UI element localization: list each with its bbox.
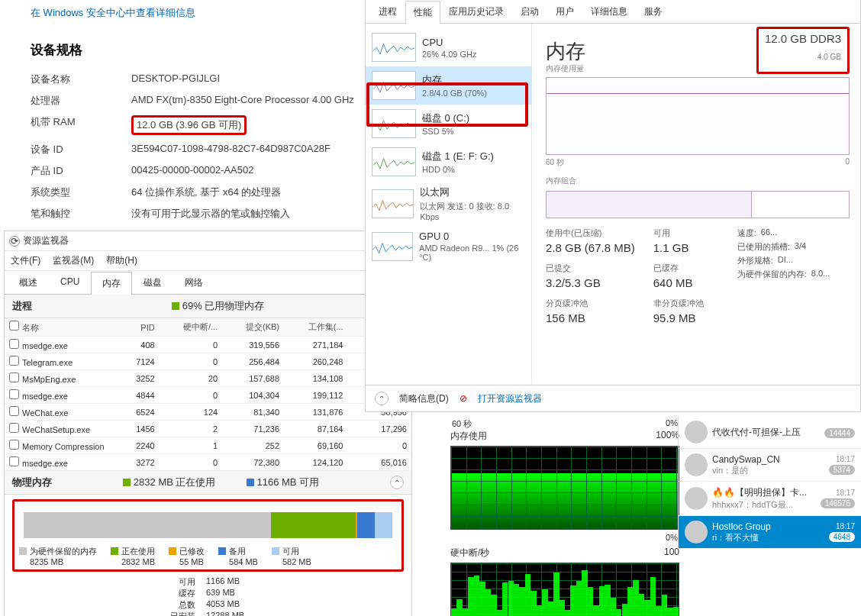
row-checkbox[interactable] — [9, 406, 19, 416]
metric-item[interactable]: CPU26% 4.09 GHz — [366, 28, 531, 66]
summary-row: 可用1166 MB — [157, 576, 411, 588]
brief-info-link[interactable]: 简略信息(D) — [399, 392, 449, 405]
paged-val: 156 MB — [546, 311, 635, 324]
spec-label: 设备名称 — [31, 73, 131, 86]
taskmgr-tab[interactable]: 用户 — [547, 0, 582, 23]
metric-item[interactable]: 磁盘 1 (E: F: G:)HDD 0% — [366, 143, 531, 181]
legend-item: 可用582 MB — [272, 546, 311, 566]
resmon-tabs: 概述CPU内存磁盘网络 — [5, 271, 411, 295]
cell: 65,016 — [347, 454, 411, 471]
paged-lbl: 分页缓冲池 — [546, 298, 588, 308]
taskmgr-tab[interactable]: 服务 — [636, 0, 671, 23]
chat-item[interactable]: CandySwap_CNvin：是的18:175374 — [679, 449, 861, 482]
phys-mem-header[interactable]: 物理内存 2832 MB 正在使用 1166 MB 可用 ⌃ — [5, 471, 411, 495]
processes-header[interactable]: 进程 69% 已用物理内存 — [5, 295, 411, 318]
chevron-up-icon[interactable]: ⌃ — [375, 392, 389, 405]
row-checkbox[interactable] — [9, 339, 19, 349]
metric-text: 内存2.8/4.0 GB (70%) — [422, 73, 487, 98]
resmon-tab[interactable]: 概述 — [8, 271, 49, 294]
resmon-title-text: 资源监视器 — [23, 234, 69, 247]
metric-item[interactable]: 以太网以太网 发送: 0 接收: 8.0 Kbps — [366, 181, 531, 226]
metric-item[interactable]: 内存2.8/4.0 GB (70%) — [366, 66, 531, 105]
proc-name: WeChatSetup.exe — [5, 421, 119, 437]
summary-row: 已安装12288 MB — [157, 611, 411, 616]
memory-composition-bar — [546, 191, 850, 218]
spec-value: 没有可用于此显示器的笔或触控输入 — [131, 207, 290, 221]
row-checkbox[interactable] — [9, 373, 19, 382]
table-header[interactable]: 硬中断/... — [160, 318, 223, 337]
menu-item[interactable]: 帮助(H) — [106, 254, 137, 267]
taskmgr-tab[interactable]: 启动 — [512, 0, 547, 23]
resmon-tab[interactable]: 磁盘 — [132, 271, 173, 294]
row-checkbox[interactable] — [9, 440, 19, 450]
resmon-tab[interactable]: 内存 — [91, 272, 132, 295]
metric-text: 磁盘 0 (C:)SSD 5% — [422, 111, 469, 136]
table-header[interactable]: PID — [119, 318, 160, 337]
taskmgr-tab[interactable]: 应用历史记录 — [440, 0, 512, 23]
phys-mem-title: 物理内存 — [12, 476, 52, 489]
mini-chart — [372, 109, 416, 138]
summary-row: 缓存639 MB — [157, 588, 411, 599]
table-header[interactable]: 工作集(... — [284, 318, 347, 337]
menu-item[interactable]: 监视器(M) — [53, 254, 94, 267]
open-resmon-link[interactable]: 打开资源监视器 — [478, 392, 542, 405]
table-row[interactable]: Telegram.exe71240256,484260,24876,484 — [5, 353, 411, 370]
legend-color-icon — [169, 547, 176, 555]
menu-item[interactable]: 文件(F) — [11, 254, 40, 267]
metric-item[interactable]: 磁盘 0 (C:)SSD 5% — [366, 105, 531, 143]
cap-sub: 4.0 GB — [765, 53, 841, 61]
table-row[interactable]: MsMpEng.exe325220157,688134,10846,836 — [5, 370, 411, 387]
mini-chart — [372, 189, 414, 218]
table-row[interactable]: msedge.exe4080319,556271,18458,524 — [5, 337, 411, 353]
row-checkbox[interactable] — [9, 423, 19, 433]
cell: 252 — [222, 437, 284, 454]
cell: 2240 — [119, 437, 160, 454]
legend-color-icon — [272, 547, 279, 555]
cell: 134,108 — [284, 370, 347, 387]
taskmgr-tab[interactable]: 性能 — [405, 1, 440, 24]
chat-item[interactable]: 🔥🔥【明明担保】卡...hhhxxx7：hddTG最...18:17146575 — [679, 482, 861, 516]
comp-label: 内存组合 — [546, 176, 850, 186]
table-row[interactable]: WeChat.exe652412481,340131,87658,956 — [5, 404, 411, 421]
spec-row: 处理器AMD FX(tm)-8350 Eight-Core Processor … — [31, 94, 366, 108]
legend-text: 为硬件保留的内存8235 MB — [30, 546, 97, 566]
resmon-tab[interactable]: 网络 — [173, 271, 214, 294]
cell: 72,380 — [222, 454, 284, 471]
security-link[interactable]: 在 Windows 安全中心中查看详细信息 — [31, 6, 366, 20]
mem-segment — [375, 512, 392, 538]
cell: 0 — [160, 353, 223, 370]
taskmgr-tab[interactable]: 进程 — [370, 0, 405, 23]
in-use-lbl: 使用中(已压缩) — [546, 228, 601, 237]
phys-mem-usage-text: 69% 已用物理内存 — [182, 299, 265, 313]
taskmgr-tab[interactable]: 详细信息 — [582, 0, 636, 23]
cell: 0 — [347, 437, 411, 454]
spec-value: 64 位操作系统, 基于 x64 的处理器 — [131, 185, 281, 199]
collapse-icon[interactable]: ⌃ — [390, 476, 404, 489]
proc-name: msedge.exe — [5, 454, 119, 471]
spec-label: 设备 ID — [31, 143, 131, 156]
chat-item[interactable]: 代收代付-可担保-上压14444 — [679, 416, 861, 449]
legend-text: 正在使用2832 MB — [121, 546, 155, 566]
select-all-checkbox[interactable] — [9, 321, 19, 331]
resmon-tab[interactable]: CPU — [49, 271, 91, 294]
avail-lbl: 可用 — [653, 228, 670, 237]
row-checkbox[interactable] — [9, 456, 19, 466]
resmon-titlebar[interactable]: ⟳ 资源监视器 — [5, 231, 411, 251]
row-checkbox[interactable] — [9, 356, 19, 366]
metric-item[interactable]: GPU 0AMD Radeon R9... 1% (26 °C) — [366, 226, 531, 266]
table-row[interactable]: Memory Compression2240125269,1600 — [5, 437, 411, 454]
table-row[interactable]: WeChatSetup.exe1456271,23687,16417,296 — [5, 421, 411, 437]
cell: 6524 — [119, 404, 160, 421]
slots-lbl: 已使用的插槽: — [737, 241, 790, 253]
spec-label: 系统类型 — [31, 185, 131, 199]
green-axis-left: 60 秒 — [452, 418, 472, 430]
cell: 199,112 — [284, 387, 347, 404]
table-row[interactable]: msedge.exe3272072,380124,12065,016 — [5, 454, 411, 471]
table-header[interactable]: 提交(KB) — [222, 318, 284, 337]
chart-axis: 60 秒 0 — [546, 157, 850, 168]
cell: 69,160 — [284, 437, 347, 454]
row-checkbox[interactable] — [9, 389, 19, 399]
table-header[interactable]: 名称 — [5, 318, 119, 337]
chat-item[interactable]: Hostloc Groupri：看不大懂18:174648 — [679, 516, 861, 549]
table-row[interactable]: msedge.exe48440104,304199,112117,792 — [5, 387, 411, 404]
